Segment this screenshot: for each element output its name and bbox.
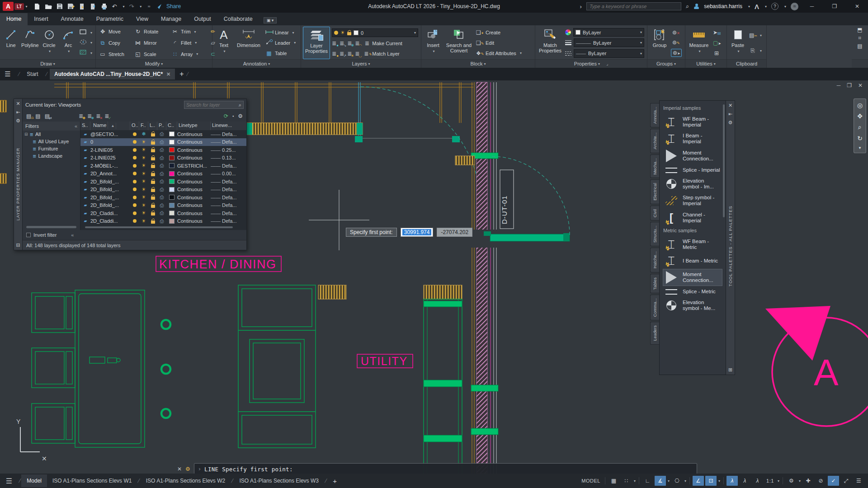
clean-screen-icon[interactable]: ⤢ xyxy=(840,476,852,486)
autodesk-dropdown-icon[interactable]: ▾ xyxy=(765,5,767,9)
invert-filter-checkbox[interactable] xyxy=(26,233,31,237)
lineweight-icon[interactable] xyxy=(565,40,571,46)
layer-unlock-all-icon[interactable]: ≣◡ xyxy=(355,51,359,57)
undo-dropdown-icon[interactable]: ▾ xyxy=(123,5,124,9)
layer-combo-dropdown-icon[interactable]: ▾ xyxy=(414,31,416,35)
tool-palette-close-icon[interactable]: ✕ xyxy=(728,103,732,108)
pause-icon[interactable]: ▪ xyxy=(232,114,234,118)
file-tab-start[interactable]: Start xyxy=(22,69,42,80)
settings-icon[interactable]: ⚙ xyxy=(238,113,243,119)
palette-properties-icon[interactable]: ⚙ xyxy=(16,118,20,124)
ortho-toggle-icon[interactable]: ∟ xyxy=(642,476,653,486)
panel-label-layers[interactable]: Layers▾ xyxy=(301,59,421,68)
annotation-scale-value[interactable]: 1:1 xyxy=(764,476,776,486)
view-tools-icon-1[interactable]: ⬒ xyxy=(856,27,863,33)
mirror-button[interactable]: ⋈Mirror xyxy=(133,39,169,47)
tool-elevation-metric[interactable]: Elevation symbol - Me... xyxy=(663,298,722,313)
scale-dropdown-icon[interactable]: ▾ xyxy=(778,479,779,483)
layer-freeze-icon[interactable]: ≣❄ xyxy=(347,40,352,47)
line-button[interactable]: Line xyxy=(2,27,20,59)
text-button[interactable]: A Text▾ xyxy=(214,27,233,59)
rotate-button[interactable]: ↻Rotate xyxy=(133,28,169,35)
tool-moment-connection-imperial[interactable]: Moment Connection... xyxy=(663,148,722,164)
help-dropdown-icon[interactable]: ▾ xyxy=(784,5,786,9)
navbar-more-icon[interactable]: ▾ xyxy=(859,145,861,150)
view-tools-icon-3[interactable]: ▤ xyxy=(856,43,863,49)
layer-row[interactable]: ▰2-LINIE025☀⎙Continuous0.13... xyxy=(80,154,246,162)
insert-block-button[interactable]: Insert▾ xyxy=(423,27,443,59)
filters-collapse-icon[interactable]: « xyxy=(75,123,77,129)
dyninput-x-field[interactable]: 30991.974 xyxy=(401,228,434,237)
annotation-scale-icon[interactable]: λ xyxy=(752,476,763,486)
snap-dropdown-icon[interactable]: ▾ xyxy=(634,479,636,483)
search-convert-button[interactable]: Search and Convert xyxy=(444,27,474,59)
rectangle-button[interactable]: ▾ xyxy=(78,29,94,37)
new-drawing-tab-button[interactable]: + xyxy=(179,70,184,78)
command-close-icon[interactable]: ✕ xyxy=(177,466,182,472)
ribbon-tab-collaborate[interactable]: Collaborate xyxy=(217,13,259,25)
scale-button[interactable]: ◱Scale xyxy=(133,51,169,58)
user-name[interactable]: sebastian.harris xyxy=(704,3,742,9)
group-button[interactable]: Group xyxy=(649,27,670,59)
layout-tab-w3[interactable]: ISO A1-Plans Sections Elevs W3 xyxy=(234,474,324,487)
ribbon-tab-view[interactable]: View xyxy=(130,13,155,25)
tab-electrical[interactable]: Electrical xyxy=(650,179,659,204)
qat-customize-icon[interactable]: ≂ xyxy=(147,5,151,9)
autodesk-logo-icon[interactable]: Λ xyxy=(755,3,759,10)
steering-wheel-icon[interactable]: ◎ xyxy=(857,102,863,109)
edit-attributes-button[interactable]: ❖✎Edit Attributes▾ xyxy=(475,50,523,57)
layer-properties-button[interactable]: Layer Properties xyxy=(303,27,330,59)
share-label[interactable]: Share xyxy=(166,3,181,9)
model-tab[interactable]: Model xyxy=(21,474,47,487)
ungroup-button[interactable]: ⊚✕ xyxy=(671,29,682,36)
ribbon-display-toggle[interactable]: ▣ ▾ xyxy=(264,17,277,23)
move-button[interactable]: ✥Move xyxy=(98,28,132,35)
layer-row[interactable]: ▰2D_Claddi...☀⎙ContinuousDefa... xyxy=(80,209,246,217)
layer-row[interactable]: ▰2D_Bifold_...☀⎙ContinuousDefa... xyxy=(80,202,246,210)
group-edit-button[interactable]: ⊚✎ xyxy=(671,39,682,46)
edit-block-button[interactable]: ❑✎Edit xyxy=(475,39,523,47)
layout-tab-w1[interactable]: ISO A1-Plans Sections Elevs W1 xyxy=(47,474,137,487)
dyninput-y-field[interactable]: -27074.202 xyxy=(437,228,472,237)
tool-splice-metric[interactable]: Splice - Metric xyxy=(663,287,722,296)
layer-isolate-icon[interactable]: ≣↘ xyxy=(340,40,344,47)
new-filter-icon[interactable]: ▤⩍ xyxy=(26,113,31,119)
layout-menu-icon[interactable]: ☰ xyxy=(0,477,18,485)
tree-scrollbar[interactable] xyxy=(26,226,76,228)
arc-button[interactable]: Arc ▾ xyxy=(59,27,77,59)
lineweight-combo[interactable]: ———ByLayer▾ xyxy=(574,38,644,47)
tool-moment-connection-metric[interactable]: Moment Connection... xyxy=(663,269,722,286)
file-tab-menu-icon[interactable]: ☰ xyxy=(0,70,15,78)
layer-grid-header[interactable]: S.. Name ▲ O.. F.. L.. P.. C.. Linetype … xyxy=(80,122,246,130)
panel-label-draw[interactable]: Draw▾ xyxy=(0,59,95,68)
layer-row[interactable]: ▰2D_Annot...☀⎙Continuous0.00... xyxy=(80,170,246,178)
filter-all[interactable]: ⊟≣All xyxy=(23,131,80,138)
open-folder-icon[interactable] xyxy=(45,4,52,9)
file-tab-drawing[interactable]: Autodesk AutoCAD ...Tiny_House-2D_HC*✕ xyxy=(50,69,175,80)
drawing-close-icon[interactable]: ✕ xyxy=(858,82,863,89)
grid-toggle-icon[interactable]: ▦ xyxy=(608,476,619,486)
minimize-button[interactable]: ─ xyxy=(803,0,821,13)
ellipse-button[interactable]: ▾ xyxy=(78,39,94,47)
polyline-button[interactable]: Polyline xyxy=(21,27,39,59)
tool-palette-properties-icon[interactable]: ⚙ xyxy=(728,120,733,126)
panel-label-clipboard[interactable]: Clipboard xyxy=(727,59,766,68)
layer-row-selected[interactable]: ▰0☀⎙ContinuousDefa... xyxy=(80,138,246,146)
isodraft-dropdown-icon[interactable]: ▾ xyxy=(684,479,686,483)
ribbon-tab-home[interactable]: Home xyxy=(0,13,28,25)
workspace-gear-icon[interactable]: ⚙ xyxy=(786,476,797,486)
tool-i-beam-imperial[interactable]: ⌶↯I Beam - Imperial xyxy=(663,131,722,146)
ribbon-tab-insert[interactable]: Insert xyxy=(28,13,54,25)
copy-clip-button[interactable]: ⎘▾ xyxy=(748,47,763,54)
quick-select-button[interactable]: ➤▤ xyxy=(712,29,722,36)
model-space-toggle[interactable]: MODEL xyxy=(580,476,602,486)
isolate-objects-icon[interactable]: ⊘ xyxy=(815,476,826,486)
panel-label-utilities[interactable]: Utilities▾ xyxy=(685,59,726,68)
restore-button[interactable]: ❐ xyxy=(826,0,844,13)
linetype-combo[interactable]: ——ByLayer▾ xyxy=(574,49,644,58)
layer-row[interactable]: ▰2-MÖBEL-...☀⎙GESTRICH...Defa... xyxy=(80,162,246,170)
tool-i-beam-metric[interactable]: ⌶↯I Beam - Metric xyxy=(663,253,722,268)
ribbon-tab-parametric[interactable]: Parametric xyxy=(90,13,130,25)
arc-dropdown-icon[interactable]: ▾ xyxy=(68,49,70,54)
linear-button[interactable]: Linear▾ xyxy=(264,29,297,36)
